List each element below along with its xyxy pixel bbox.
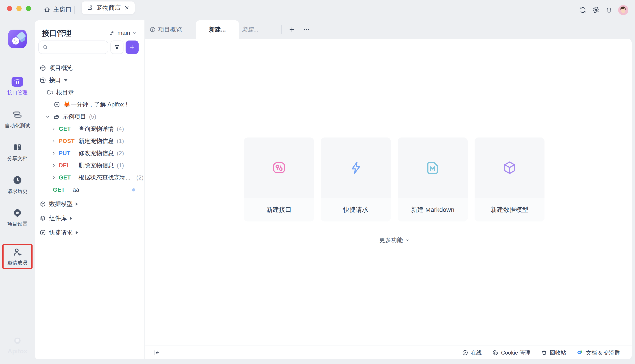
tree-item-project-overview[interactable]: 项目概览 [35,62,144,74]
tabstrip-divider [282,26,282,34]
online-status[interactable]: 在线 [462,349,482,356]
tree-item-components[interactable]: 组件库 [35,212,144,224]
tab-new-preview[interactable]: 新建... [242,20,258,39]
rail-item-label: 分享文档 [7,155,28,162]
tree-item-put-update-pet[interactable]: PUT 修改宠物信息 (2) [35,147,144,159]
close-window-button[interactable] [7,6,12,11]
tab-more-button[interactable] [302,25,311,34]
window-titlebar: 主窗口 宠物商店 [0,0,635,20]
api-tree-panel: 接口管理 main [35,20,145,360]
new-markdown-icon [425,160,441,176]
external-window-icon [87,4,93,11]
tree-item-quick-request[interactable]: 快捷请求 [35,226,144,239]
quick-create-cards: 新建接口 快捷请求 新建 Markdown [244,138,544,222]
more-features-button[interactable]: 更多功能 [244,236,545,244]
chevron-down-icon[interactable] [45,114,50,119]
folder-code-icon [46,89,53,96]
tab-new-active[interactable]: 新建... [196,20,239,39]
tree-item-apis[interactable]: 接口 [35,74,144,86]
rail-item-invite-member[interactable]: 邀请成员 [2,244,32,269]
docs-community-button[interactable]: 文档 & 交流群 [576,349,620,356]
card-new-markdown[interactable]: 新建 Markdown [398,138,468,222]
minimize-window-button[interactable] [16,6,22,11]
tree-item-example-folder[interactable]: 示例项目 (5) [35,111,144,123]
search-icon [42,44,48,50]
user-avatar[interactable] [618,5,628,15]
git-branch-icon [110,30,115,36]
folder-open-icon [53,113,60,120]
collapse-sidebar-icon[interactable] [153,349,160,356]
tree-item-get-aa[interactable]: GET aa [35,184,144,196]
watermark-label: Apifox [8,348,27,355]
chevron-down-icon [405,238,410,242]
expand-caret-icon[interactable] [76,202,78,206]
tree-item-get-pet-detail[interactable]: GET 查询宠物详情 (4) [35,123,144,135]
new-api-icon [271,160,287,176]
overview-icon [40,65,46,71]
card-quick-request[interactable]: 快捷请求 [321,138,391,222]
rail-item-label: 自动化测试 [5,122,30,129]
expand-caret-icon[interactable] [76,231,78,234]
rail-item-label: 请求历史 [7,188,28,194]
tree-item-get-find-by-status[interactable]: GET 根据状态查找宠物... (2) [35,172,144,184]
card-label: 新建数据模型 [474,198,544,222]
apifox-watermark: Apifox [0,336,35,355]
panel-title: 接口管理 [42,28,72,38]
tab-project-overview[interactable]: 项目概览 [150,20,182,39]
chevron-right-icon[interactable] [52,163,56,168]
chevron-right-icon[interactable] [52,139,56,143]
ellipsis-icon [303,26,310,33]
tree-search-input[interactable] [38,40,108,54]
card-label: 新建接口 [244,198,314,222]
tree-item-markdown-doc[interactable]: 🦊一分钟，了解 Apifox！ [35,98,144,111]
card-label: 新建 Markdown [398,198,468,222]
unsaved-dot [132,188,135,192]
main-window-tab[interactable]: 主窗口 [44,4,72,15]
chevron-right-icon[interactable] [52,127,56,131]
branch-name: main [118,30,130,36]
plus-icon [288,26,295,33]
tree-item-del-delete-pet[interactable]: DEL 删除宠物信息 (1) [35,159,144,172]
expand-caret-icon[interactable] [70,216,72,220]
rail-item-api-manage[interactable]: 接口管理 [0,76,35,96]
card-new-api[interactable]: 新建接口 [244,138,314,222]
recycle-bin-button[interactable]: 回收站 [541,349,566,356]
api-manage-icon [12,76,23,87]
close-tab-icon[interactable] [124,5,130,10]
funnel-icon [114,44,120,50]
rail-item-project-settings[interactable]: 项目设置 [0,208,35,227]
chevron-right-icon[interactable] [52,151,56,155]
main-content: 新建接口 快捷请求 新建 Markdown [145,39,632,360]
maximize-window-button[interactable] [26,6,31,11]
rail-item-label: 邀请成员 [7,260,28,266]
main-window-label: 主窗口 [53,6,72,14]
cookie-manager-button[interactable]: Cookie 管理 [492,349,530,356]
add-tab-button[interactable] [287,25,296,34]
settings-gear-icon[interactable] [592,6,600,14]
tree-item-root-folder[interactable]: 根目录 [35,86,144,98]
markdown-icon [54,101,60,108]
filter-button[interactable] [110,40,124,54]
project-window-tab[interactable]: 宠物商店 [82,2,134,14]
refresh-icon[interactable] [579,6,587,14]
share-docs-icon [12,142,23,152]
notifications-bell-icon[interactable] [605,6,613,14]
card-new-schema[interactable]: 新建数据模型 [474,138,544,222]
titlebar-divider [74,6,75,14]
invite-member-icon [12,247,23,257]
card-label: 快捷请求 [321,198,391,222]
app-logo[interactable] [8,30,27,48]
branch-selector[interactable]: main [110,30,137,36]
tree-item-data-models[interactable]: 数据模型 [35,198,144,210]
tree-item-post-create-pet[interactable]: POST 新建宠物信息 (1) [35,135,144,147]
trash-icon [541,350,547,356]
rail-item-share-docs[interactable]: 分享文档 [0,142,35,162]
search-input-field[interactable] [50,44,102,51]
rail-item-automation[interactable]: 自动化测试 [0,109,35,129]
collapse-caret-icon[interactable] [64,79,68,82]
apifox-fox-logo [12,336,22,346]
document-tabstrip: 项目概览 新建... 新建... 本 本地 Mock [145,20,632,39]
add-new-button[interactable] [126,40,138,54]
chevron-right-icon[interactable] [52,176,56,180]
rail-item-history[interactable]: 请求历史 [0,175,35,194]
